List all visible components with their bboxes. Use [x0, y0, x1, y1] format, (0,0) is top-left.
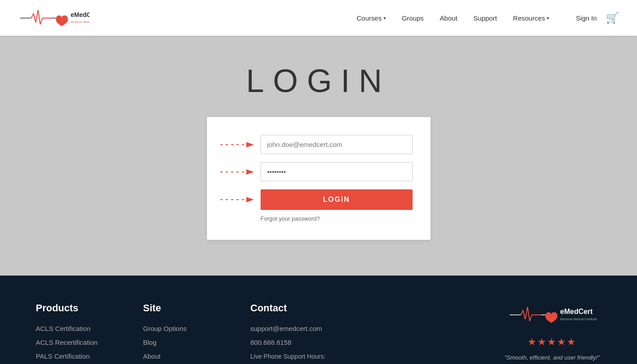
footer-logo: eMedCert Electronic Medical Certificatio… [507, 302, 597, 329]
login-card: LOGIN Forgot your password? [207, 117, 430, 240]
cart-icon[interactable]: 🛒 [606, 12, 619, 24]
logo[interactable]: eMedCert Electronic Medical Certificatio… [18, 4, 89, 31]
svg-text:Electronic  Medical  Certifica: Electronic Medical Certification [560, 318, 597, 321]
password-input[interactable] [261, 162, 413, 181]
footer-phone[interactable]: 800.688.6158 [250, 339, 331, 346]
main-content: LOGIN [0, 36, 637, 276]
footer-site: Site Group Options Blog About [143, 302, 224, 364]
chevron-down-icon: ▾ [547, 16, 549, 21]
login-btn-row: LOGIN [220, 189, 413, 210]
nav-support[interactable]: Support [473, 14, 497, 22]
footer-products-heading: Products [36, 302, 116, 314]
footer: Products ACLS Certification ACLS Recerti… [0, 276, 637, 364]
footer-products: Products ACLS Certification ACLS Recerti… [36, 302, 116, 364]
footer-contact: Contact support@emedcert.com 800.688.615… [250, 302, 331, 364]
navbar: eMedCert Electronic Medical Certificatio… [0, 0, 637, 36]
footer-link-acls-recert[interactable]: ACLS Recertification [36, 339, 116, 346]
sign-in-link[interactable]: Sign In [576, 14, 597, 22]
footer-quote: "Smooth, efficient, and user friendly!" [504, 354, 599, 361]
login-button[interactable]: LOGIN [261, 189, 413, 210]
nav-right: Sign In 🛒 [576, 12, 619, 24]
footer-link-group-options[interactable]: Group Options [143, 325, 224, 332]
nav-groups[interactable]: Groups [402, 14, 424, 22]
arrow-email-icon [220, 140, 256, 149]
svg-text:eMedCert: eMedCert [71, 11, 89, 18]
star-rating: ★★★★★ [527, 336, 577, 348]
forgot-password-link[interactable]: Forgot your password? [261, 215, 413, 222]
footer-site-heading: Site [143, 302, 224, 314]
svg-marker-9 [246, 142, 254, 147]
svg-marker-15 [246, 169, 254, 175]
footer-email[interactable]: support@emedcert.com [250, 325, 331, 332]
email-input[interactable] [261, 135, 413, 154]
nav-links: Courses ▾ Groups About Support Resources… [357, 14, 549, 22]
page-title: LOGIN [246, 63, 391, 99]
footer-link-pals-cert[interactable]: PALS Certification [36, 352, 116, 360]
chevron-down-icon: ▾ [384, 16, 386, 21]
nav-about[interactable]: About [440, 14, 457, 22]
nav-resources[interactable]: Resources ▾ [513, 14, 549, 22]
arrow-password-icon [220, 167, 256, 176]
email-row [220, 135, 413, 154]
password-row [220, 162, 413, 181]
footer-link-about[interactable]: About [143, 352, 224, 360]
arrow-login-icon [220, 195, 256, 204]
svg-marker-21 [246, 197, 254, 202]
footer-link-acls-cert[interactable]: ACLS Certification [36, 325, 116, 332]
footer-hours-label: Live Phone Support Hours: [250, 353, 325, 360]
footer-link-blog[interactable]: Blog [143, 339, 224, 346]
nav-courses[interactable]: Courses ▾ [357, 14, 386, 22]
svg-text:eMedCert: eMedCert [560, 308, 593, 315]
footer-logo-col: eMedCert Electronic Medical Certificatio… [503, 302, 601, 364]
svg-text:Electronic  Medical  Certifica: Electronic Medical Certification [71, 21, 89, 23]
footer-contact-heading: Contact [250, 302, 331, 314]
